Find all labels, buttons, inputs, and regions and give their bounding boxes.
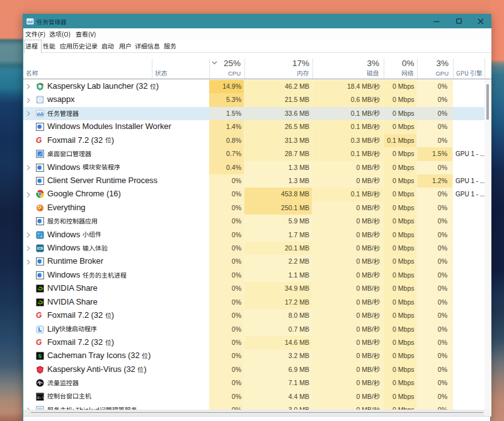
svg-text:5: 5 [38,352,42,359]
svg-text:0:\: 0:\ [37,395,44,400]
